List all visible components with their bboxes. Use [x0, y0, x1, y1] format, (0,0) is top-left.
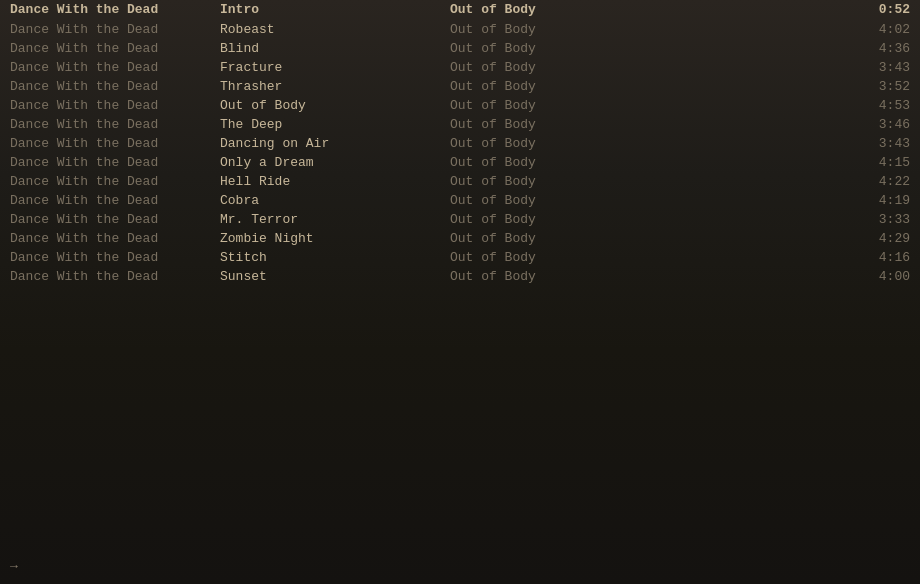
track-artist: Dance With the Dead	[10, 79, 220, 94]
track-title: Zombie Night	[220, 231, 450, 246]
track-album: Out of Body	[450, 212, 850, 227]
track-artist: Dance With the Dead	[10, 174, 220, 189]
track-title: Fracture	[220, 60, 450, 75]
track-artist: Dance With the Dead	[10, 98, 220, 113]
track-row[interactable]: Dance With the DeadMr. TerrorOut of Body…	[0, 210, 920, 229]
track-duration: 4:16	[850, 250, 910, 265]
track-duration: 4:53	[850, 98, 910, 113]
header-album: Out of Body	[450, 2, 850, 17]
track-duration: 4:36	[850, 41, 910, 56]
track-title: Out of Body	[220, 98, 450, 113]
track-duration: 4:22	[850, 174, 910, 189]
track-album: Out of Body	[450, 41, 850, 56]
track-duration: 3:43	[850, 136, 910, 151]
track-row[interactable]: Dance With the DeadCobraOut of Body4:19	[0, 191, 920, 210]
track-album: Out of Body	[450, 22, 850, 37]
header-title: Intro	[220, 2, 450, 17]
track-title: Cobra	[220, 193, 450, 208]
track-album: Out of Body	[450, 269, 850, 284]
track-title: Only a Dream	[220, 155, 450, 170]
track-duration: 4:15	[850, 155, 910, 170]
track-row[interactable]: Dance With the DeadThe DeepOut of Body3:…	[0, 115, 920, 134]
track-row[interactable]: Dance With the DeadDancing on AirOut of …	[0, 134, 920, 153]
track-duration: 4:29	[850, 231, 910, 246]
track-duration: 3:43	[850, 60, 910, 75]
track-duration: 4:19	[850, 193, 910, 208]
track-title: Thrasher	[220, 79, 450, 94]
track-album: Out of Body	[450, 250, 850, 265]
header-duration: 0:52	[850, 2, 910, 17]
track-album: Out of Body	[450, 193, 850, 208]
track-album: Out of Body	[450, 60, 850, 75]
track-row[interactable]: Dance With the DeadOnly a DreamOut of Bo…	[0, 153, 920, 172]
track-artist: Dance With the Dead	[10, 41, 220, 56]
track-artist: Dance With the Dead	[10, 212, 220, 227]
track-album: Out of Body	[450, 117, 850, 132]
track-artist: Dance With the Dead	[10, 250, 220, 265]
track-title: Sunset	[220, 269, 450, 284]
track-row[interactable]: Dance With the DeadZombie NightOut of Bo…	[0, 229, 920, 248]
track-row[interactable]: Dance With the DeadFractureOut of Body3:…	[0, 58, 920, 77]
track-row[interactable]: Dance With the DeadRobeastOut of Body4:0…	[0, 20, 920, 39]
track-album: Out of Body	[450, 136, 850, 151]
track-artist: Dance With the Dead	[10, 155, 220, 170]
track-album: Out of Body	[450, 98, 850, 113]
track-row[interactable]: Dance With the DeadOut of BodyOut of Bod…	[0, 96, 920, 115]
track-title: The Deep	[220, 117, 450, 132]
track-artist: Dance With the Dead	[10, 231, 220, 246]
track-duration: 3:52	[850, 79, 910, 94]
track-row[interactable]: Dance With the DeadBlindOut of Body4:36	[0, 39, 920, 58]
track-artist: Dance With the Dead	[10, 60, 220, 75]
track-artist: Dance With the Dead	[10, 269, 220, 284]
track-artist: Dance With the Dead	[10, 22, 220, 37]
track-list: Dance With the Dead Intro Out of Body 0:…	[0, 0, 920, 286]
track-title: Dancing on Air	[220, 136, 450, 151]
track-list-header: Dance With the Dead Intro Out of Body 0:…	[0, 0, 920, 19]
track-title: Stitch	[220, 250, 450, 265]
track-duration: 4:00	[850, 269, 910, 284]
track-artist: Dance With the Dead	[10, 193, 220, 208]
track-album: Out of Body	[450, 79, 850, 94]
track-row[interactable]: Dance With the DeadHell RideOut of Body4…	[0, 172, 920, 191]
track-title: Hell Ride	[220, 174, 450, 189]
arrow-indicator: →	[10, 559, 18, 574]
track-title: Robeast	[220, 22, 450, 37]
track-row[interactable]: Dance With the DeadStitchOut of Body4:16	[0, 248, 920, 267]
header-artist: Dance With the Dead	[10, 2, 220, 17]
track-album: Out of Body	[450, 231, 850, 246]
track-duration: 3:46	[850, 117, 910, 132]
track-row[interactable]: Dance With the DeadThrasherOut of Body3:…	[0, 77, 920, 96]
track-title: Blind	[220, 41, 450, 56]
track-album: Out of Body	[450, 155, 850, 170]
track-album: Out of Body	[450, 174, 850, 189]
track-artist: Dance With the Dead	[10, 117, 220, 132]
track-title: Mr. Terror	[220, 212, 450, 227]
track-duration: 4:02	[850, 22, 910, 37]
track-row[interactable]: Dance With the DeadSunsetOut of Body4:00	[0, 267, 920, 286]
track-artist: Dance With the Dead	[10, 136, 220, 151]
track-duration: 3:33	[850, 212, 910, 227]
